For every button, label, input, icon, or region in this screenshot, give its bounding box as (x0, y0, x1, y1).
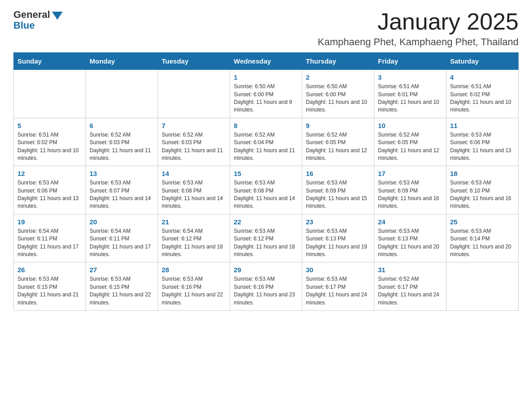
day-number: 8 (234, 122, 298, 129)
calendar-day-cell: 3Sunrise: 6:51 AM Sunset: 6:01 PM Daylig… (374, 70, 446, 118)
calendar-day-header: Sunday (14, 53, 86, 70)
calendar-day-cell: 26Sunrise: 6:53 AM Sunset: 6:15 PM Dayli… (14, 262, 86, 311)
day-info: Sunrise: 6:51 AM Sunset: 6:02 PM Dayligh… (450, 83, 515, 114)
day-number: 14 (162, 170, 226, 177)
calendar-day-cell: 17Sunrise: 6:53 AM Sunset: 6:09 PM Dayli… (374, 166, 446, 214)
calendar-day-header: Wednesday (230, 53, 302, 70)
calendar-day-header: Saturday (446, 53, 519, 70)
page-header: General Blue January 2025 Kamphaeng Phet… (13, 9, 519, 48)
calendar-week-row: 19Sunrise: 6:54 AM Sunset: 6:11 PM Dayli… (14, 214, 519, 262)
calendar-day-cell: 9Sunrise: 6:52 AM Sunset: 6:05 PM Daylig… (302, 118, 374, 166)
day-info: Sunrise: 6:53 AM Sunset: 6:06 PM Dayligh… (17, 179, 82, 210)
day-number: 2 (306, 73, 370, 81)
day-number: 15 (234, 170, 298, 177)
day-info: Sunrise: 6:53 AM Sunset: 6:13 PM Dayligh… (306, 227, 370, 259)
calendar-day-cell: 21Sunrise: 6:54 AM Sunset: 6:12 PM Dayli… (158, 214, 230, 262)
day-number: 17 (378, 170, 442, 177)
day-info: Sunrise: 6:53 AM Sunset: 6:16 PM Dayligh… (162, 275, 226, 307)
logo-general-text: General (13, 9, 50, 21)
day-info: Sunrise: 6:53 AM Sunset: 6:16 PM Dayligh… (234, 275, 298, 307)
day-number: 30 (306, 266, 370, 274)
day-info: Sunrise: 6:53 AM Sunset: 6:06 PM Dayligh… (450, 131, 515, 163)
day-number: 19 (17, 218, 82, 226)
calendar-day-cell: 23Sunrise: 6:53 AM Sunset: 6:13 PM Dayli… (302, 214, 374, 262)
calendar-day-cell: 6Sunrise: 6:52 AM Sunset: 6:03 PM Daylig… (86, 118, 158, 166)
day-info: Sunrise: 6:52 AM Sunset: 6:03 PM Dayligh… (162, 131, 226, 163)
calendar-day-cell: 16Sunrise: 6:53 AM Sunset: 6:09 PM Dayli… (302, 166, 374, 214)
calendar-day-header: Friday (374, 53, 446, 70)
day-number: 29 (234, 266, 298, 274)
calendar-day-cell: 8Sunrise: 6:52 AM Sunset: 6:04 PM Daylig… (230, 118, 302, 166)
calendar-day-cell: 4Sunrise: 6:51 AM Sunset: 6:02 PM Daylig… (446, 70, 519, 118)
day-info: Sunrise: 6:53 AM Sunset: 6:15 PM Dayligh… (17, 275, 82, 307)
calendar-day-cell (446, 262, 519, 311)
day-number: 23 (306, 218, 370, 226)
calendar-day-cell: 25Sunrise: 6:53 AM Sunset: 6:14 PM Dayli… (446, 214, 519, 262)
day-number: 9 (306, 122, 370, 129)
day-info: Sunrise: 6:53 AM Sunset: 6:17 PM Dayligh… (306, 275, 370, 307)
calendar-day-header: Thursday (302, 53, 374, 70)
day-info: Sunrise: 6:50 AM Sunset: 6:00 PM Dayligh… (306, 83, 370, 114)
day-number: 26 (17, 266, 82, 274)
location-title: Kamphaeng Phet, Kamphaeng Phet, Thailand (318, 36, 519, 48)
day-number: 1 (234, 73, 298, 81)
day-number: 20 (90, 218, 154, 226)
logo-arrow-icon (52, 12, 63, 20)
day-info: Sunrise: 6:53 AM Sunset: 6:13 PM Dayligh… (378, 227, 442, 259)
title-block: January 2025 Kamphaeng Phet, Kamphaeng P… (318, 9, 519, 48)
day-info: Sunrise: 6:50 AM Sunset: 6:00 PM Dayligh… (234, 83, 298, 114)
day-info: Sunrise: 6:52 AM Sunset: 6:17 PM Dayligh… (378, 275, 442, 307)
calendar-day-cell: 28Sunrise: 6:53 AM Sunset: 6:16 PM Dayli… (158, 262, 230, 311)
calendar-day-cell: 5Sunrise: 6:51 AM Sunset: 6:02 PM Daylig… (14, 118, 86, 166)
day-info: Sunrise: 6:53 AM Sunset: 6:12 PM Dayligh… (234, 227, 298, 259)
day-info: Sunrise: 6:53 AM Sunset: 6:08 PM Dayligh… (162, 179, 226, 210)
day-number: 4 (450, 73, 515, 81)
calendar-day-cell: 29Sunrise: 6:53 AM Sunset: 6:16 PM Dayli… (230, 262, 302, 311)
day-number: 25 (450, 218, 515, 226)
calendar-day-cell: 7Sunrise: 6:52 AM Sunset: 6:03 PM Daylig… (158, 118, 230, 166)
day-info: Sunrise: 6:53 AM Sunset: 6:15 PM Dayligh… (90, 275, 154, 307)
calendar-header-row: SundayMondayTuesdayWednesdayThursdayFrid… (14, 53, 519, 70)
day-info: Sunrise: 6:52 AM Sunset: 6:05 PM Dayligh… (306, 131, 370, 163)
calendar-day-cell: 14Sunrise: 6:53 AM Sunset: 6:08 PM Dayli… (158, 166, 230, 214)
day-info: Sunrise: 6:54 AM Sunset: 6:11 PM Dayligh… (90, 227, 154, 259)
day-info: Sunrise: 6:53 AM Sunset: 6:09 PM Dayligh… (306, 179, 370, 210)
calendar-day-cell: 27Sunrise: 6:53 AM Sunset: 6:15 PM Dayli… (86, 262, 158, 311)
calendar-day-cell: 19Sunrise: 6:54 AM Sunset: 6:11 PM Dayli… (14, 214, 86, 262)
day-info: Sunrise: 6:53 AM Sunset: 6:14 PM Dayligh… (450, 227, 515, 259)
calendar-day-header: Monday (86, 53, 158, 70)
logo-blue-text: Blue (13, 20, 35, 31)
day-number: 11 (450, 122, 515, 129)
day-number: 5 (17, 122, 82, 129)
calendar-day-header: Tuesday (158, 53, 230, 70)
calendar-day-cell (158, 70, 230, 118)
day-number: 22 (234, 218, 298, 226)
day-number: 13 (90, 170, 154, 177)
day-info: Sunrise: 6:51 AM Sunset: 6:02 PM Dayligh… (17, 131, 82, 163)
calendar-day-cell (14, 70, 86, 118)
day-info: Sunrise: 6:53 AM Sunset: 6:09 PM Dayligh… (378, 179, 442, 210)
day-info: Sunrise: 6:52 AM Sunset: 6:04 PM Dayligh… (234, 131, 298, 163)
day-number: 31 (378, 266, 442, 274)
calendar-week-row: 12Sunrise: 6:53 AM Sunset: 6:06 PM Dayli… (14, 166, 519, 214)
calendar-week-row: 1Sunrise: 6:50 AM Sunset: 6:00 PM Daylig… (14, 70, 519, 118)
day-info: Sunrise: 6:54 AM Sunset: 6:12 PM Dayligh… (162, 227, 226, 259)
day-number: 21 (162, 218, 226, 226)
calendar-week-row: 5Sunrise: 6:51 AM Sunset: 6:02 PM Daylig… (14, 118, 519, 166)
calendar-day-cell: 1Sunrise: 6:50 AM Sunset: 6:00 PM Daylig… (230, 70, 302, 118)
calendar-day-cell: 12Sunrise: 6:53 AM Sunset: 6:06 PM Dayli… (14, 166, 86, 214)
calendar-day-cell: 11Sunrise: 6:53 AM Sunset: 6:06 PM Dayli… (446, 118, 519, 166)
day-info: Sunrise: 6:53 AM Sunset: 6:10 PM Dayligh… (450, 179, 515, 210)
day-info: Sunrise: 6:52 AM Sunset: 6:03 PM Dayligh… (90, 131, 154, 163)
calendar-day-cell: 18Sunrise: 6:53 AM Sunset: 6:10 PM Dayli… (446, 166, 519, 214)
logo: General Blue (13, 9, 63, 31)
day-number: 12 (17, 170, 82, 177)
month-title: January 2025 (318, 9, 519, 34)
calendar-table: SundayMondayTuesdayWednesdayThursdayFrid… (13, 52, 519, 311)
calendar-day-cell: 20Sunrise: 6:54 AM Sunset: 6:11 PM Dayli… (86, 214, 158, 262)
day-info: Sunrise: 6:53 AM Sunset: 6:07 PM Dayligh… (90, 179, 154, 210)
calendar-day-cell: 22Sunrise: 6:53 AM Sunset: 6:12 PM Dayli… (230, 214, 302, 262)
day-number: 18 (450, 170, 515, 177)
calendar-day-cell: 24Sunrise: 6:53 AM Sunset: 6:13 PM Dayli… (374, 214, 446, 262)
calendar-week-row: 26Sunrise: 6:53 AM Sunset: 6:15 PM Dayli… (14, 262, 519, 311)
